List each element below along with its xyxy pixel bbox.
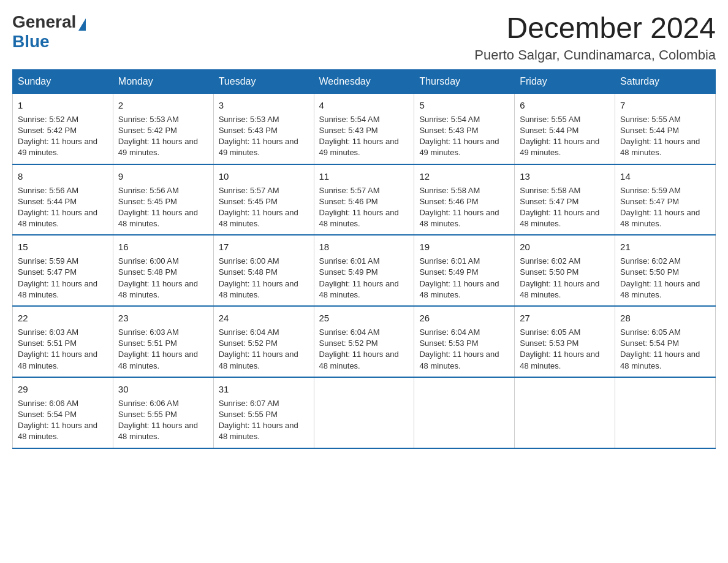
day-number: 10	[219, 170, 309, 183]
day-info: Sunrise: 6:00 AMSunset: 5:48 PMDaylight:…	[219, 256, 298, 299]
day-number: 21	[620, 240, 710, 253]
day-info: Sunrise: 6:03 AMSunset: 5:51 PMDaylight:…	[118, 327, 198, 370]
day-number: 2	[118, 99, 208, 112]
day-number: 31	[219, 383, 309, 396]
day-number: 25	[319, 312, 409, 324]
calendar-cell: 12Sunrise: 5:58 AMSunset: 5:46 PMDayligh…	[414, 164, 515, 236]
calendar-cell	[515, 377, 615, 448]
calendar-cell	[314, 377, 414, 448]
day-info: Sunrise: 6:02 AMSunset: 5:50 PMDaylight:…	[520, 256, 599, 299]
header-row: SundayMondayTuesdayWednesdayThursdayFrid…	[13, 69, 716, 93]
day-info: Sunrise: 5:53 AMSunset: 5:42 PMDaylight:…	[118, 115, 198, 158]
week-row-2: 8Sunrise: 5:56 AMSunset: 5:44 PMDaylight…	[13, 164, 716, 236]
day-info: Sunrise: 5:55 AMSunset: 5:44 PMDaylight:…	[620, 115, 700, 158]
day-number: 1	[18, 99, 108, 112]
day-info: Sunrise: 6:05 AMSunset: 5:53 PMDaylight:…	[520, 327, 599, 370]
day-number: 27	[520, 312, 610, 324]
header-wednesday: Wednesday	[314, 69, 414, 93]
calendar-cell: 29Sunrise: 6:06 AMSunset: 5:54 PMDayligh…	[13, 377, 113, 448]
day-info: Sunrise: 5:59 AMSunset: 5:47 PMDaylight:…	[18, 256, 97, 299]
day-number: 13	[520, 170, 610, 183]
day-number: 16	[118, 240, 208, 253]
logo: General Blue	[12, 12, 87, 52]
calendar-cell: 2Sunrise: 5:53 AMSunset: 5:42 PMDaylight…	[113, 93, 213, 164]
day-info: Sunrise: 5:57 AMSunset: 5:45 PMDaylight:…	[219, 186, 298, 229]
week-row-4: 22Sunrise: 6:03 AMSunset: 5:51 PMDayligh…	[13, 306, 716, 377]
week-row-3: 15Sunrise: 5:59 AMSunset: 5:47 PMDayligh…	[13, 235, 716, 306]
day-info: Sunrise: 5:59 AMSunset: 5:47 PMDaylight:…	[620, 186, 700, 229]
day-info: Sunrise: 6:06 AMSunset: 5:55 PMDaylight:…	[118, 399, 198, 442]
day-number: 9	[118, 170, 208, 183]
day-number: 8	[18, 170, 108, 183]
day-number: 12	[419, 170, 509, 183]
week-row-5: 29Sunrise: 6:06 AMSunset: 5:54 PMDayligh…	[13, 377, 716, 448]
day-info: Sunrise: 6:02 AMSunset: 5:50 PMDaylight:…	[620, 256, 700, 299]
calendar-cell: 7Sunrise: 5:55 AMSunset: 5:44 PMDaylight…	[615, 93, 716, 164]
calendar-cell: 19Sunrise: 6:01 AMSunset: 5:49 PMDayligh…	[414, 235, 515, 306]
day-number: 24	[219, 312, 309, 324]
day-number: 5	[419, 99, 509, 112]
day-info: Sunrise: 6:01 AMSunset: 5:49 PMDaylight:…	[319, 256, 399, 299]
calendar-cell: 28Sunrise: 6:05 AMSunset: 5:54 PMDayligh…	[615, 306, 716, 377]
day-info: Sunrise: 6:06 AMSunset: 5:54 PMDaylight:…	[18, 399, 97, 442]
day-info: Sunrise: 5:56 AMSunset: 5:45 PMDaylight:…	[118, 186, 198, 229]
day-info: Sunrise: 5:56 AMSunset: 5:44 PMDaylight:…	[18, 186, 97, 229]
day-number: 6	[520, 99, 610, 112]
day-info: Sunrise: 6:00 AMSunset: 5:48 PMDaylight:…	[118, 256, 198, 299]
calendar-table: SundayMondayTuesdayWednesdayThursdayFrid…	[12, 69, 716, 449]
day-number: 22	[18, 312, 108, 324]
header-sunday: Sunday	[13, 69, 113, 93]
day-info: Sunrise: 6:04 AMSunset: 5:52 PMDaylight:…	[219, 327, 298, 370]
header-saturday: Saturday	[615, 69, 716, 93]
calendar-cell: 24Sunrise: 6:04 AMSunset: 5:52 PMDayligh…	[213, 306, 314, 377]
day-number: 17	[219, 240, 309, 253]
calendar-cell: 22Sunrise: 6:03 AMSunset: 5:51 PMDayligh…	[13, 306, 113, 377]
day-number: 3	[219, 99, 309, 112]
day-number: 18	[319, 240, 409, 253]
title-section: December 2024 Puerto Salgar, Cundinamarc…	[474, 12, 716, 63]
calendar-cell: 18Sunrise: 6:01 AMSunset: 5:49 PMDayligh…	[314, 235, 414, 306]
calendar-cell: 30Sunrise: 6:06 AMSunset: 5:55 PMDayligh…	[113, 377, 213, 448]
day-number: 14	[620, 170, 710, 183]
header-monday: Monday	[113, 69, 213, 93]
day-number: 26	[419, 312, 509, 324]
calendar-cell: 25Sunrise: 6:04 AMSunset: 5:52 PMDayligh…	[314, 306, 414, 377]
calendar-cell: 20Sunrise: 6:02 AMSunset: 5:50 PMDayligh…	[515, 235, 615, 306]
day-number: 7	[620, 99, 710, 112]
calendar-cell: 11Sunrise: 5:57 AMSunset: 5:46 PMDayligh…	[314, 164, 414, 236]
day-info: Sunrise: 6:01 AMSunset: 5:49 PMDaylight:…	[419, 256, 499, 299]
day-info: Sunrise: 6:07 AMSunset: 5:55 PMDaylight:…	[219, 399, 298, 442]
header-tuesday: Tuesday	[213, 69, 314, 93]
calendar-subtitle: Puerto Salgar, Cundinamarca, Colombia	[474, 47, 716, 63]
calendar-body: 1Sunrise: 5:52 AMSunset: 5:42 PMDaylight…	[13, 93, 716, 448]
day-info: Sunrise: 5:57 AMSunset: 5:46 PMDaylight:…	[319, 186, 399, 229]
calendar-cell: 15Sunrise: 5:59 AMSunset: 5:47 PMDayligh…	[13, 235, 113, 306]
day-number: 4	[319, 99, 409, 112]
header-friday: Friday	[515, 69, 615, 93]
day-number: 19	[419, 240, 509, 253]
day-info: Sunrise: 6:04 AMSunset: 5:53 PMDaylight:…	[419, 327, 499, 370]
day-info: Sunrise: 5:58 AMSunset: 5:47 PMDaylight:…	[520, 186, 599, 229]
calendar-cell: 14Sunrise: 5:59 AMSunset: 5:47 PMDayligh…	[615, 164, 716, 236]
calendar-cell: 27Sunrise: 6:05 AMSunset: 5:53 PMDayligh…	[515, 306, 615, 377]
day-number: 29	[18, 383, 108, 396]
day-number: 15	[18, 240, 108, 253]
calendar-cell: 5Sunrise: 5:54 AMSunset: 5:43 PMDaylight…	[414, 93, 515, 164]
calendar-cell: 17Sunrise: 6:00 AMSunset: 5:48 PMDayligh…	[213, 235, 314, 306]
calendar-cell: 13Sunrise: 5:58 AMSunset: 5:47 PMDayligh…	[515, 164, 615, 236]
calendar-cell	[615, 377, 716, 448]
calendar-cell: 3Sunrise: 5:53 AMSunset: 5:43 PMDaylight…	[213, 93, 314, 164]
logo-general-text: General	[12, 12, 76, 32]
day-info: Sunrise: 6:03 AMSunset: 5:51 PMDaylight:…	[18, 327, 97, 370]
calendar-cell: 1Sunrise: 5:52 AMSunset: 5:42 PMDaylight…	[13, 93, 113, 164]
week-row-1: 1Sunrise: 5:52 AMSunset: 5:42 PMDaylight…	[13, 93, 716, 164]
calendar-cell: 4Sunrise: 5:54 AMSunset: 5:43 PMDaylight…	[314, 93, 414, 164]
calendar-cell: 16Sunrise: 6:00 AMSunset: 5:48 PMDayligh…	[113, 235, 213, 306]
day-number: 30	[118, 383, 208, 396]
logo-blue-text: Blue	[12, 32, 50, 52]
day-info: Sunrise: 6:05 AMSunset: 5:54 PMDaylight:…	[620, 327, 700, 370]
calendar-cell: 9Sunrise: 5:56 AMSunset: 5:45 PMDaylight…	[113, 164, 213, 236]
day-info: Sunrise: 5:54 AMSunset: 5:43 PMDaylight:…	[319, 115, 399, 158]
day-info: Sunrise: 5:53 AMSunset: 5:43 PMDaylight:…	[219, 115, 298, 158]
day-info: Sunrise: 5:54 AMSunset: 5:43 PMDaylight:…	[419, 115, 499, 158]
